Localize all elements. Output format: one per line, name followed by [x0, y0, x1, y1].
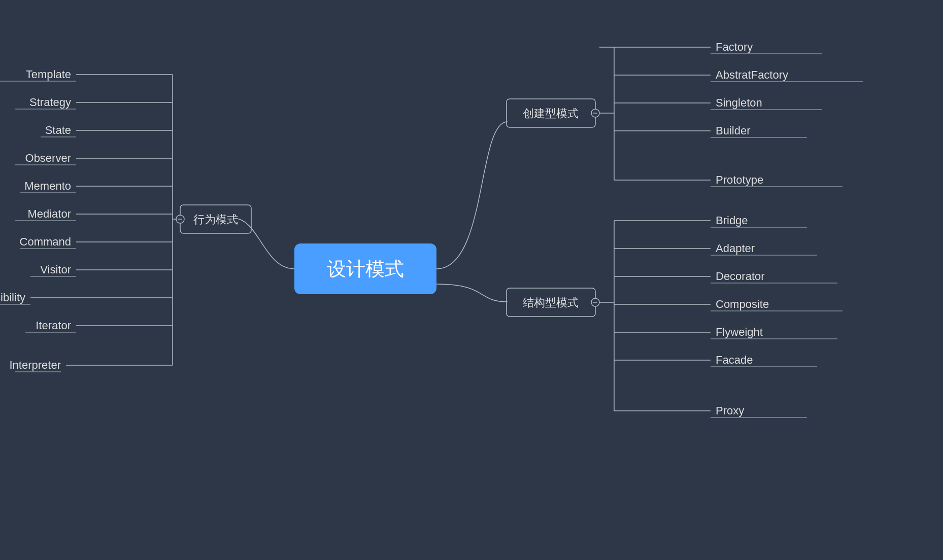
leaf-builder: Builder: [716, 124, 750, 137]
leaf-memento: Memento: [24, 180, 71, 192]
leaf-singleton: Singleton: [716, 96, 762, 109]
center-label: 设计模式: [327, 258, 404, 279]
leaf-abstratfactory: AbstratFactory: [716, 68, 788, 81]
leaf-visitor: Visitor: [40, 263, 71, 276]
leaf-adapter: Adapter: [716, 242, 755, 255]
leaf-interpreter: Interpreter: [10, 359, 61, 371]
leaf-iterator: Iterator: [36, 319, 71, 332]
leaf-flyweight: Flyweight: [716, 326, 763, 338]
leaf-proxy: Proxy: [716, 404, 744, 417]
jiegou-label: 结构型模式: [523, 296, 579, 309]
leaf-state: State: [45, 124, 71, 136]
xingwei-label: 行为模式: [193, 213, 238, 226]
center-node: 设计模式: [294, 243, 436, 294]
leaf-observer: Observer: [25, 152, 71, 164]
chuangjian-label: 创建型模式: [523, 107, 579, 120]
leaf-composite: Composite: [716, 298, 769, 310]
leaf-facade: Facade: [716, 354, 753, 366]
leaf-strategy: Strategy: [29, 96, 71, 109]
leaf-template: Template: [26, 68, 71, 81]
svg-rect-0: [0, 0, 943, 560]
leaf-factory: Factory: [716, 41, 753, 53]
leaf-bridge: Bridge: [716, 214, 748, 227]
leaf-prototype: Prototype: [716, 173, 763, 186]
leaf-decorator: Decorator: [716, 270, 765, 283]
leaf-command: Command: [20, 235, 71, 248]
leaf-mediator: Mediator: [27, 207, 71, 220]
leaf-chain: Chain of Responsibility: [0, 291, 25, 304]
